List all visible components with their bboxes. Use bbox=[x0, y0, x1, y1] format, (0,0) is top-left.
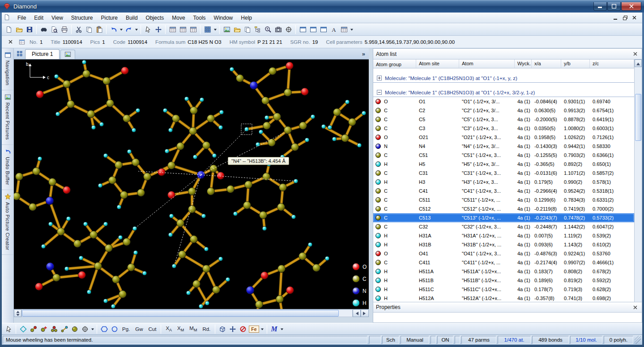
tab-picture-1[interactable]: Picture 1 bbox=[25, 49, 60, 59]
scroll-right-icon[interactable] bbox=[361, 309, 369, 317]
grid-dropdown-icon[interactable] bbox=[213, 25, 218, 34]
target-icon[interactable] bbox=[80, 324, 90, 334]
toolbar-button-xm[interactable]: XM bbox=[175, 325, 187, 333]
column-header-z-c[interactable]: z/c bbox=[590, 59, 634, 68]
dropdown-icon[interactable] bbox=[90, 324, 95, 334]
column-header-wyck-[interactable]: Wyck. bbox=[515, 59, 532, 68]
hscroll-track[interactable] bbox=[21, 309, 353, 317]
toolbar-button-mm[interactable]: MM bbox=[187, 325, 200, 333]
new-document-icon[interactable] bbox=[4, 25, 14, 34]
tab-list-icon[interactable] bbox=[15, 49, 24, 58]
tab-overflow-chevron[interactable]: » bbox=[362, 51, 365, 57]
atom-row-c41[interactable]: CC41"C41" (-1/2+x, 3...4a (1)-0.2966(4)0… bbox=[373, 186, 634, 195]
structure-viewer[interactable]: bc "N4" -- "H513B": 4.454 Å OCNH bbox=[14, 59, 369, 309]
expand-icon[interactable] bbox=[377, 76, 382, 80]
atom-row-o1[interactable]: OO1"O1" (-1/2+x, 3/...4a (1)-0.0846(4)0.… bbox=[373, 97, 634, 106]
toolbar-button-cut[interactable]: Cut bbox=[146, 326, 159, 333]
redo-icon[interactable] bbox=[124, 25, 134, 34]
menu-item-picture[interactable]: Picture bbox=[97, 13, 122, 23]
element-box-button[interactable]: Fe bbox=[249, 326, 259, 333]
menu-item-objects[interactable]: Objects bbox=[142, 13, 168, 23]
atom-row-c512[interactable]: CC512"C512" (-1/2+x, ...4a (1)-0.2119(8)… bbox=[373, 204, 634, 213]
molecule-group-row[interactable]: Molecule: "Molecule 1" (C18H25N1O3) at "… bbox=[373, 83, 634, 97]
hscroll-thumb[interactable] bbox=[22, 310, 339, 317]
molecule-rendering[interactable]: bc bbox=[14, 59, 369, 309]
font-icon[interactable]: A bbox=[328, 25, 339, 34]
scroll-up-icon[interactable] bbox=[635, 59, 642, 67]
atom-row-c5[interactable]: CC5"C5" (-1/2+x, 3...4a (1)-0.2000(5)0.8… bbox=[373, 115, 634, 124]
atom-row-h511a[interactable]: HH511A"H511A" (-1/2+x...4a (1)0.183(7)0.… bbox=[373, 267, 634, 276]
atom-row-h512a[interactable]: HH512A"H512A" (-1/2+x...4a (1)-0.357(8)0… bbox=[373, 294, 634, 303]
paste-icon[interactable] bbox=[94, 25, 104, 34]
atom-row-h31a[interactable]: HH31A"H31A" (-1/2+x, ...4a (1)0.007(5)1.… bbox=[373, 231, 634, 240]
molecule-group-row[interactable]: Molecule: "Molecule 1" (C18H25N1O3) at "… bbox=[373, 68, 634, 83]
menu-item-build[interactable]: Build bbox=[122, 13, 142, 23]
close-icon[interactable] bbox=[631, 304, 639, 311]
sidebar-tab-undo-buffer[interactable]: Undo Buffer bbox=[2, 145, 13, 190]
table-all-icon[interactable] bbox=[188, 25, 198, 34]
atom-row-h511b[interactable]: HH511B"H511B" (-1/2+x...4a (1)0.189(6)0.… bbox=[373, 276, 634, 285]
undo-dropdown-icon[interactable] bbox=[119, 25, 124, 34]
sidebar-tab-navigation[interactable]: Navigation bbox=[2, 48, 13, 90]
dropdown-icon[interactable] bbox=[260, 324, 265, 334]
forbid-icon[interactable] bbox=[238, 324, 248, 334]
close-datasheet-icon[interactable] bbox=[6, 38, 14, 46]
menu-item-view[interactable]: View bbox=[47, 13, 67, 23]
atom-row-h31b[interactable]: HH31B"H31B" (-1/2+x, ...4a (1)0.093(6)1.… bbox=[373, 240, 634, 249]
column-header-x-a[interactable]: x/a bbox=[532, 59, 561, 68]
ring-icon[interactable] bbox=[109, 324, 119, 334]
coordination-sphere-icon[interactable] bbox=[69, 324, 80, 334]
atom-row-o21[interactable]: OO21"O21" (-1/2+x, 3...4a (1)0.1958(5)1.… bbox=[373, 133, 634, 142]
minimize-button[interactable] bbox=[593, 2, 607, 11]
atom-row-n4[interactable]: NN4"N4" (-1/2+x, 3/...4a (1)-0.1430(3)0.… bbox=[373, 142, 634, 151]
find-icon[interactable] bbox=[38, 25, 49, 34]
camera-icon[interactable] bbox=[273, 25, 283, 34]
atom-row-h3[interactable]: HH3"H3" (-1/2+x, 3...4a (1)0.179(5)0.990… bbox=[373, 178, 634, 186]
maximize-button[interactable] bbox=[607, 2, 621, 11]
atom-row-h511c[interactable]: HH511C"H511C" (-1/2+x...4a (1)0.178(7)0.… bbox=[373, 285, 634, 294]
toolbar-button-gw[interactable]: Gw bbox=[132, 326, 145, 333]
cube-icon[interactable] bbox=[217, 324, 227, 334]
tree-view-icon[interactable] bbox=[252, 25, 263, 34]
panel-splitter[interactable] bbox=[369, 48, 373, 323]
cut-icon[interactable] bbox=[73, 25, 84, 34]
vscroll-thumb[interactable] bbox=[635, 94, 641, 141]
molecule-mode-button[interactable]: M bbox=[269, 325, 280, 333]
toolbar-button-pg[interactable]: Pg. bbox=[119, 326, 132, 333]
resize-grip[interactable] bbox=[635, 336, 641, 344]
datasheet-icon[interactable] bbox=[18, 38, 26, 46]
table-bonds-icon[interactable] bbox=[178, 25, 188, 34]
atom-row-c31[interactable]: CC31"C31" (-1/2+x, 3...4a (1)-0.0131(6)1… bbox=[373, 169, 634, 178]
move-icon[interactable] bbox=[227, 324, 238, 334]
add-atom-icon[interactable] bbox=[38, 324, 49, 334]
new-picture-tab[interactable] bbox=[60, 50, 75, 59]
atom-row-c32[interactable]: CC32"C32" (-1/2+x, 3...4a (1)-0.2448(7)1… bbox=[373, 222, 634, 231]
save-icon[interactable] bbox=[24, 25, 34, 34]
navigator-icon[interactable] bbox=[283, 25, 294, 34]
sidebar-tab-auto-picture-creator[interactable]: Auto Picture Creator bbox=[2, 190, 13, 255]
menu-item-file[interactable]: File bbox=[13, 13, 30, 23]
redo-dropdown-icon[interactable] bbox=[134, 25, 139, 34]
column-header-atom-group[interactable]: Atom group bbox=[373, 59, 416, 68]
menu-item-help[interactable]: Help bbox=[237, 13, 256, 23]
close-button[interactable] bbox=[621, 2, 641, 11]
close-icon[interactable] bbox=[631, 51, 639, 58]
atom-row-c513[interactable]: CC513"C513" (-1/2+x, ...4a (1)-0.2243(7)… bbox=[373, 213, 634, 222]
menu-item-window[interactable]: Window bbox=[210, 13, 237, 23]
dropdown-icon[interactable] bbox=[280, 324, 285, 334]
atom-pair-icon[interactable] bbox=[28, 324, 38, 334]
undo-icon[interactable] bbox=[108, 25, 119, 34]
toolbar-button-xa[interactable]: XA bbox=[163, 325, 175, 333]
mdi-close-button[interactable] bbox=[630, 14, 639, 21]
menu-item-move[interactable]: Move bbox=[168, 13, 189, 23]
atom-row-c3[interactable]: CC3"C3" (-1/2+x, 3...4a (1)0.0350(5)1.00… bbox=[373, 124, 634, 133]
window-layout-3-icon[interactable] bbox=[318, 25, 328, 34]
zoom-in-icon[interactable] bbox=[263, 25, 273, 34]
window-layout-2-icon[interactable] bbox=[308, 25, 318, 34]
atom-row-c51[interactable]: CC51"C51" (-1/2+x, 3...4a (1)-0.1255(5)0… bbox=[373, 151, 634, 160]
column-header-atom[interactable]: Atom bbox=[459, 59, 515, 68]
menu-item-structure[interactable]: Structure bbox=[67, 13, 97, 23]
atom-row-h5[interactable]: HH5"H5" (-1/2+x, 3/...4a (1)-0.365(5)0.8… bbox=[373, 160, 634, 169]
atom-row-o41[interactable]: OO41"O41" (-1/2+x, 3...4a (1)-0.4876(3)0… bbox=[373, 249, 634, 258]
grid-view-icon[interactable] bbox=[202, 25, 213, 34]
